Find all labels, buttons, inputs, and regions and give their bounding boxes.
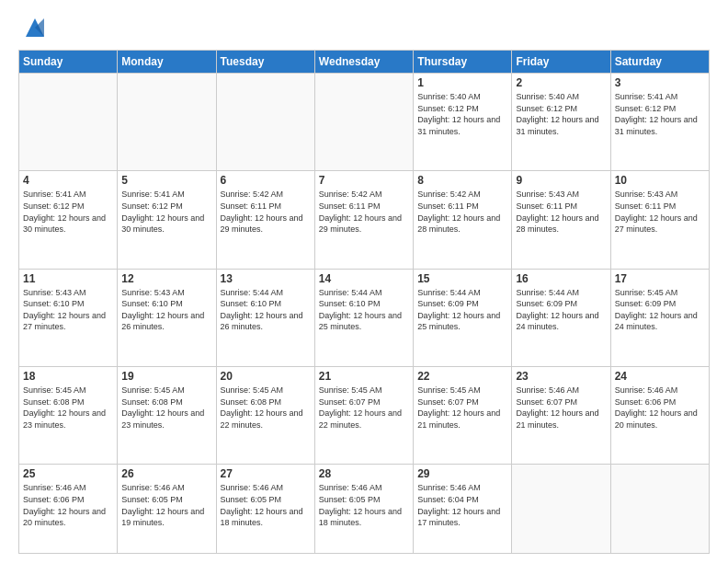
day-number: 19 xyxy=(121,370,211,383)
day-number: 22 xyxy=(417,370,507,383)
table-row: 14Sunrise: 5:44 AM Sunset: 6:10 PM Dayli… xyxy=(314,269,413,366)
day-number: 29 xyxy=(417,467,507,480)
table-row: 7Sunrise: 5:42 AM Sunset: 6:11 PM Daylig… xyxy=(314,171,413,269)
table-row: 4Sunrise: 5:41 AM Sunset: 6:12 PM Daylig… xyxy=(19,171,118,269)
day-info: Sunrise: 5:42 AM Sunset: 6:11 PM Dayligh… xyxy=(417,189,507,235)
table-row: 18Sunrise: 5:45 AM Sunset: 6:08 PM Dayli… xyxy=(19,366,118,464)
day-number: 16 xyxy=(516,272,606,285)
day-number: 25 xyxy=(23,467,113,480)
day-number: 3 xyxy=(615,76,705,89)
table-row: 6Sunrise: 5:42 AM Sunset: 6:11 PM Daylig… xyxy=(216,171,314,269)
table-row: 2Sunrise: 5:40 AM Sunset: 6:12 PM Daylig… xyxy=(512,74,610,171)
table-row: 26Sunrise: 5:46 AM Sunset: 6:05 PM Dayli… xyxy=(118,465,216,554)
table-row: 9Sunrise: 5:43 AM Sunset: 6:11 PM Daylig… xyxy=(512,171,610,269)
table-row: 11Sunrise: 5:43 AM Sunset: 6:10 PM Dayli… xyxy=(19,269,118,366)
day-number: 1 xyxy=(417,76,507,89)
page: Sunday Monday Tuesday Wednesday Thursday… xyxy=(0,0,728,563)
day-info: Sunrise: 5:40 AM Sunset: 6:12 PM Dayligh… xyxy=(516,91,606,137)
day-info: Sunrise: 5:43 AM Sunset: 6:11 PM Dayligh… xyxy=(516,189,606,235)
day-info: Sunrise: 5:45 AM Sunset: 6:08 PM Dayligh… xyxy=(23,385,113,431)
day-info: Sunrise: 5:44 AM Sunset: 6:10 PM Dayligh… xyxy=(319,287,409,333)
table-row: 29Sunrise: 5:46 AM Sunset: 6:04 PM Dayli… xyxy=(414,465,512,554)
day-number: 28 xyxy=(319,467,409,480)
day-number: 12 xyxy=(121,272,211,285)
day-number: 13 xyxy=(221,272,311,285)
day-info: Sunrise: 5:44 AM Sunset: 6:09 PM Dayligh… xyxy=(417,287,507,333)
day-info: Sunrise: 5:46 AM Sunset: 6:07 PM Dayligh… xyxy=(516,385,606,431)
table-row xyxy=(610,465,709,554)
day-number: 23 xyxy=(516,370,606,383)
calendar-header-row: Sunday Monday Tuesday Wednesday Thursday… xyxy=(19,51,710,74)
day-number: 4 xyxy=(23,174,113,187)
table-row: 23Sunrise: 5:46 AM Sunset: 6:07 PM Dayli… xyxy=(512,366,610,464)
day-info: Sunrise: 5:41 AM Sunset: 6:12 PM Dayligh… xyxy=(121,189,211,235)
day-info: Sunrise: 5:46 AM Sunset: 6:05 PM Dayligh… xyxy=(319,482,409,528)
table-row: 16Sunrise: 5:44 AM Sunset: 6:09 PM Dayli… xyxy=(512,269,610,366)
day-info: Sunrise: 5:46 AM Sunset: 6:04 PM Dayligh… xyxy=(417,482,507,528)
table-row: 13Sunrise: 5:44 AM Sunset: 6:10 PM Dayli… xyxy=(216,269,314,366)
table-row: 25Sunrise: 5:46 AM Sunset: 6:06 PM Dayli… xyxy=(19,465,118,554)
table-row xyxy=(216,74,314,171)
day-number: 26 xyxy=(121,467,211,480)
day-info: Sunrise: 5:43 AM Sunset: 6:10 PM Dayligh… xyxy=(121,287,211,333)
table-row: 8Sunrise: 5:42 AM Sunset: 6:11 PM Daylig… xyxy=(414,171,512,269)
logo xyxy=(18,15,48,40)
day-number: 20 xyxy=(221,370,311,383)
day-info: Sunrise: 5:44 AM Sunset: 6:09 PM Dayligh… xyxy=(516,287,606,333)
col-tuesday: Tuesday xyxy=(216,51,314,74)
day-info: Sunrise: 5:41 AM Sunset: 6:12 PM Dayligh… xyxy=(615,91,705,137)
day-number: 5 xyxy=(121,174,211,187)
day-info: Sunrise: 5:46 AM Sunset: 6:05 PM Dayligh… xyxy=(221,482,311,528)
day-info: Sunrise: 5:43 AM Sunset: 6:11 PM Dayligh… xyxy=(615,189,705,235)
day-info: Sunrise: 5:46 AM Sunset: 6:06 PM Dayligh… xyxy=(615,385,705,431)
table-row: 27Sunrise: 5:46 AM Sunset: 6:05 PM Dayli… xyxy=(216,465,314,554)
day-number: 9 xyxy=(516,174,606,187)
day-info: Sunrise: 5:42 AM Sunset: 6:11 PM Dayligh… xyxy=(221,189,311,235)
table-row: 28Sunrise: 5:46 AM Sunset: 6:05 PM Dayli… xyxy=(314,465,413,554)
day-number: 6 xyxy=(221,174,311,187)
table-row xyxy=(512,465,610,554)
table-row: 10Sunrise: 5:43 AM Sunset: 6:11 PM Dayli… xyxy=(610,171,709,269)
day-number: 27 xyxy=(221,467,311,480)
table-row: 3Sunrise: 5:41 AM Sunset: 6:12 PM Daylig… xyxy=(610,74,709,171)
table-row: 1Sunrise: 5:40 AM Sunset: 6:12 PM Daylig… xyxy=(414,74,512,171)
day-info: Sunrise: 5:42 AM Sunset: 6:11 PM Dayligh… xyxy=(319,189,409,235)
day-number: 10 xyxy=(615,174,705,187)
col-thursday: Thursday xyxy=(414,51,512,74)
day-info: Sunrise: 5:41 AM Sunset: 6:12 PM Dayligh… xyxy=(23,189,113,235)
day-number: 24 xyxy=(615,370,705,383)
table-row: 21Sunrise: 5:45 AM Sunset: 6:07 PM Dayli… xyxy=(314,366,413,464)
day-info: Sunrise: 5:45 AM Sunset: 6:08 PM Dayligh… xyxy=(221,385,311,431)
day-info: Sunrise: 5:46 AM Sunset: 6:06 PM Dayligh… xyxy=(23,482,113,528)
table-row xyxy=(118,74,216,171)
day-number: 18 xyxy=(23,370,113,383)
day-info: Sunrise: 5:45 AM Sunset: 6:07 PM Dayligh… xyxy=(319,385,409,431)
table-row: 24Sunrise: 5:46 AM Sunset: 6:06 PM Dayli… xyxy=(610,366,709,464)
table-row: 17Sunrise: 5:45 AM Sunset: 6:09 PM Dayli… xyxy=(610,269,709,366)
day-number: 15 xyxy=(417,272,507,285)
col-wednesday: Wednesday xyxy=(314,51,413,74)
table-row: 15Sunrise: 5:44 AM Sunset: 6:09 PM Dayli… xyxy=(414,269,512,366)
header xyxy=(18,15,710,40)
table-row: 22Sunrise: 5:45 AM Sunset: 6:07 PM Dayli… xyxy=(414,366,512,464)
day-info: Sunrise: 5:45 AM Sunset: 6:08 PM Dayligh… xyxy=(121,385,211,431)
day-info: Sunrise: 5:45 AM Sunset: 6:07 PM Dayligh… xyxy=(417,385,507,431)
day-number: 21 xyxy=(319,370,409,383)
table-row: 12Sunrise: 5:43 AM Sunset: 6:10 PM Dayli… xyxy=(118,269,216,366)
day-number: 11 xyxy=(23,272,113,285)
col-saturday: Saturday xyxy=(610,51,709,74)
col-monday: Monday xyxy=(118,51,216,74)
day-info: Sunrise: 5:43 AM Sunset: 6:10 PM Dayligh… xyxy=(23,287,113,333)
table-row: 19Sunrise: 5:45 AM Sunset: 6:08 PM Dayli… xyxy=(118,366,216,464)
table-row: 5Sunrise: 5:41 AM Sunset: 6:12 PM Daylig… xyxy=(118,171,216,269)
day-info: Sunrise: 5:44 AM Sunset: 6:10 PM Dayligh… xyxy=(221,287,311,333)
day-info: Sunrise: 5:46 AM Sunset: 6:05 PM Dayligh… xyxy=(121,482,211,528)
logo-icon xyxy=(22,15,48,40)
day-number: 7 xyxy=(319,174,409,187)
day-number: 14 xyxy=(319,272,409,285)
day-number: 8 xyxy=(417,174,507,187)
day-info: Sunrise: 5:45 AM Sunset: 6:09 PM Dayligh… xyxy=(615,287,705,333)
table-row: 20Sunrise: 5:45 AM Sunset: 6:08 PM Dayli… xyxy=(216,366,314,464)
calendar-table: Sunday Monday Tuesday Wednesday Thursday… xyxy=(18,50,710,554)
col-friday: Friday xyxy=(512,51,610,74)
